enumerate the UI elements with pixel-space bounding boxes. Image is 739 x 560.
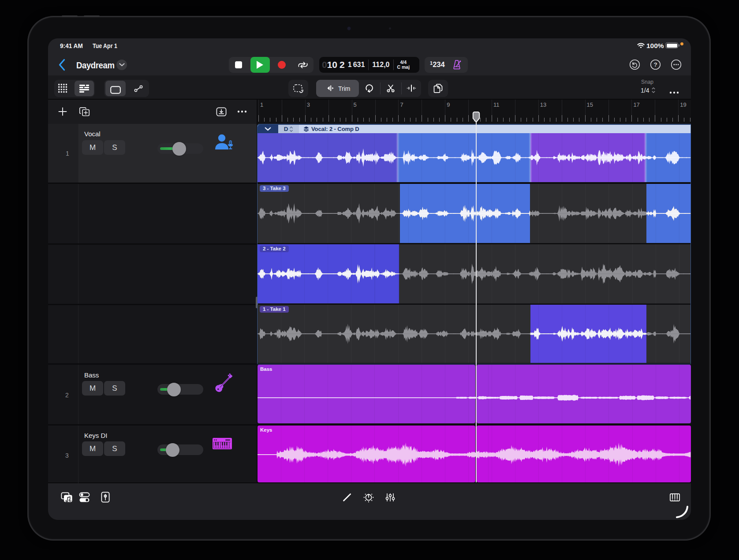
svg-text:?: ? xyxy=(653,61,657,68)
